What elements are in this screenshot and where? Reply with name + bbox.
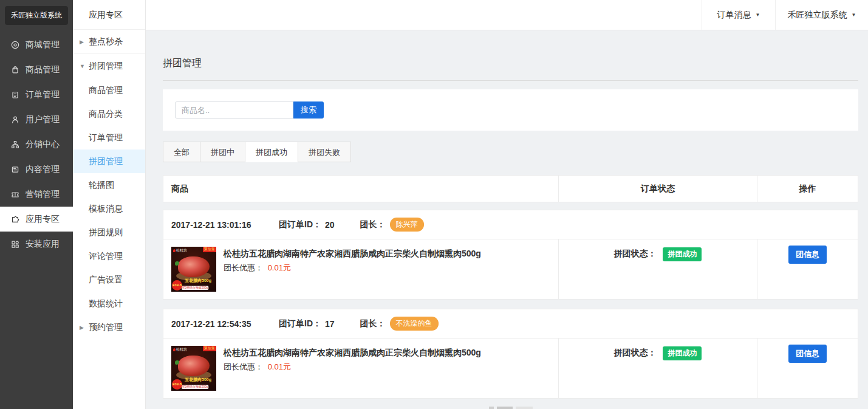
search-card: 搜索 xyxy=(163,89,858,131)
action-cell: 团信息 xyxy=(757,339,858,398)
topbar: 订单消息 ▼ 禾匠独立版系统 ▼ xyxy=(146,0,868,30)
product-image-name: 五花腊肉500g xyxy=(180,377,216,383)
menu-group-label: 整点秒杀 xyxy=(89,36,123,47)
menu-item-label: 广告设置 xyxy=(89,275,123,286)
main-content: 拼团管理 搜索 全部 拼团中 拼团成功 拼团失败 商品 订单状态 操作 2017… xyxy=(146,31,868,409)
search-button[interactable]: 搜索 xyxy=(293,101,324,119)
sidebar-item-install[interactable]: 安装应用 xyxy=(0,232,73,256)
menu-item-comment-manage[interactable]: 评论管理 xyxy=(73,244,145,268)
table-header: 商品 订单状态 操作 xyxy=(163,175,858,202)
order-id-value: 17 xyxy=(325,319,335,329)
product-image-brand: 松桂坊 xyxy=(173,347,187,352)
menu-item-label: 数据统计 xyxy=(89,298,123,309)
product-image-price: ¥39.8 xyxy=(172,379,182,390)
product-image-tag: 聚划算 xyxy=(203,247,216,252)
marketing-icon xyxy=(10,190,20,199)
column-header-product: 商品 xyxy=(163,176,558,202)
menu-item-label: 订单管理 xyxy=(89,132,123,143)
mall-icon xyxy=(10,40,20,50)
product-info: 松桂坊五花腊肉湖南特产农家湘西腊肠咸肉正宗柴火自制烟熏肉500g 团长优惠： 0… xyxy=(224,346,481,391)
search-input[interactable] xyxy=(175,101,293,119)
flame-icon xyxy=(173,249,176,252)
secondary-sidebar-title: 应用专区 xyxy=(73,0,145,30)
divider xyxy=(163,80,858,81)
status-badge: 拼团成功 xyxy=(663,346,702,360)
sidebar-item-goods[interactable]: 商品管理 xyxy=(0,57,73,82)
menu-item-label: 模板消息 xyxy=(89,204,123,215)
sidebar-item-label: 内容管理 xyxy=(26,164,60,175)
order-group-body: 松桂坊 聚划算 五花腊肉500g 买3份送白辣椒200g ¥39.8 松桂坊五花… xyxy=(163,239,858,299)
product-image-tag: 聚划算 xyxy=(203,346,216,351)
sidebar-item-orders[interactable]: 订单管理 xyxy=(0,82,73,107)
menu-item-goods-category[interactable]: 商品分类 xyxy=(73,102,145,126)
order-group-header: 2017-12-21 13:01:16 团订单ID： 20 团长： 陈兴萍 xyxy=(163,210,858,239)
sidebar-item-mall[interactable]: 商城管理 xyxy=(0,32,73,57)
product-image-promo: 买3份送白辣椒200g xyxy=(182,286,208,290)
menu-item-statistics[interactable]: 数据统计 xyxy=(73,292,145,315)
menu-item-label: 评论管理 xyxy=(89,251,123,262)
order-messages-dropdown[interactable]: 订单消息 ▼ xyxy=(702,0,776,30)
sidebar-item-users[interactable]: 用户管理 xyxy=(0,107,73,132)
product-title: 松桂坊五花腊肉湖南特产农家湘西腊肠咸肉正宗柴火自制烟熏肉500g xyxy=(224,346,481,359)
menu-item-groupbuy-rules[interactable]: 拼团规则 xyxy=(73,221,145,244)
menu-item-label: 轮播图 xyxy=(89,180,114,191)
product-image-name: 五花腊肉500g xyxy=(180,278,216,284)
sidebar-item-content[interactable]: 内容管理 xyxy=(0,157,73,182)
menu-item-goods-manage[interactable]: 商品管理 xyxy=(73,78,145,102)
pagination[interactable] xyxy=(163,407,858,409)
leader-discount-value: 0.01元 xyxy=(268,263,291,272)
sidebar-item-marketing[interactable]: 营销管理 xyxy=(0,182,73,207)
sidebar-item-distribution[interactable]: 分销中心 xyxy=(0,132,73,157)
sidebar-item-label: 分销中心 xyxy=(26,139,60,150)
order-time: 2017-12-21 12:54:35 xyxy=(171,319,279,329)
menu-item-groupbuy-manage[interactable]: 拼团管理 xyxy=(73,150,145,173)
menu-item-template-message[interactable]: 模板消息 xyxy=(73,197,145,221)
chevron-down-icon: ▼ xyxy=(756,12,760,18)
menu-group-reservation[interactable]: ▶ 预约管理 xyxy=(73,315,145,340)
sidebar-item-label: 安装应用 xyxy=(26,239,60,250)
primary-sidebar: 禾匠独立版系统 商城管理 商品管理 订单管理 用户管理 xyxy=(0,0,73,409)
menu-item-carousel[interactable]: 轮播图 xyxy=(73,173,145,197)
goods-icon xyxy=(10,65,20,75)
menu-item-ad-settings[interactable]: 广告设置 xyxy=(73,268,145,292)
pagination-item[interactable] xyxy=(489,407,494,409)
users-icon xyxy=(10,115,20,125)
chevron-right-icon: ▶ xyxy=(80,325,84,331)
menu-group-groupbuy[interactable]: ▼ 拼团管理 xyxy=(73,54,145,78)
menu-item-label: 商品分类 xyxy=(89,109,123,120)
status-tabs: 全部 拼团中 拼团成功 拼团失败 xyxy=(163,142,858,162)
menu-group-label: 预约管理 xyxy=(89,322,123,333)
tab-success[interactable]: 拼团成功 xyxy=(245,142,298,162)
product-image-brand: 松桂坊 xyxy=(173,248,187,253)
account-dropdown[interactable]: 禾匠独立版系统 ▼ xyxy=(776,0,868,30)
flame-icon xyxy=(173,348,176,351)
chevron-down-icon: ▼ xyxy=(80,63,85,69)
menu-item-order-manage[interactable]: 订单管理 xyxy=(73,126,145,150)
pagination-item[interactable] xyxy=(497,407,513,409)
secondary-sidebar: 应用专区 ▶ 整点秒杀 ▼ 拼团管理 商品管理 商品分类 订单管理 拼团管理 轮… xyxy=(73,0,146,409)
menu-group-label: 拼团管理 xyxy=(89,61,123,72)
leader-discount-label: 团长优惠： xyxy=(224,263,263,272)
product-title: 松桂坊五花腊肉湖南特产农家湘西腊肠咸肉正宗柴火自制烟熏肉500g xyxy=(224,247,481,259)
group-info-button[interactable]: 团信息 xyxy=(788,345,827,363)
menu-item-label: 拼团规则 xyxy=(89,227,123,238)
menu-group-flash-sale[interactable]: ▶ 整点秒杀 xyxy=(73,30,145,54)
install-icon xyxy=(10,239,20,249)
tab-all[interactable]: 全部 xyxy=(163,142,200,162)
leader-discount: 团长优惠： 0.01元 xyxy=(224,263,481,273)
sidebar-item-label: 营销管理 xyxy=(26,189,60,200)
content-icon xyxy=(10,165,20,174)
tab-in-progress[interactable]: 拼团中 xyxy=(200,142,245,162)
order-id-label: 团订单ID： xyxy=(279,318,321,329)
group-info-button[interactable]: 团信息 xyxy=(788,246,827,264)
order-group-body: 松桂坊 聚划算 五花腊肉500g 买3份送白辣椒200g ¥39.8 松桂坊五花… xyxy=(163,339,858,398)
tab-failed[interactable]: 拼团失败 xyxy=(298,142,351,162)
sidebar-item-label: 商品管理 xyxy=(26,64,60,75)
leader-discount-label: 团长优惠： xyxy=(224,362,263,371)
pagination-item[interactable] xyxy=(516,407,533,409)
order-group: 2017-12-21 13:01:16 团订单ID： 20 团长： 陈兴萍 松桂… xyxy=(163,210,858,300)
leader-label: 团长： xyxy=(360,318,386,329)
column-header-status: 订单状态 xyxy=(558,176,757,202)
sidebar-item-apps[interactable]: 应用专区 xyxy=(0,207,73,232)
order-messages-label: 订单消息 xyxy=(717,10,751,21)
